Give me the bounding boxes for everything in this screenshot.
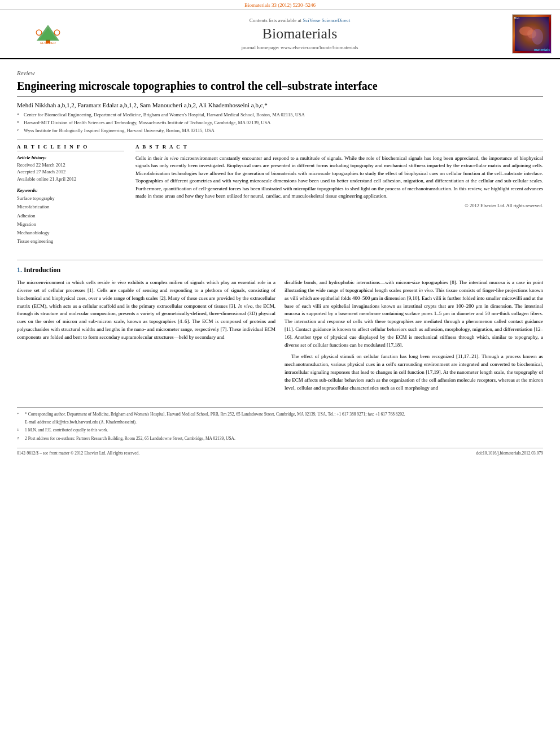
section-number: 1. — [17, 266, 22, 274]
authors-text: Mehdi Nikkhah a,b,1,2, Faramarz Edalat a… — [17, 102, 268, 108]
footnote-corresponding-text: * Corresponding author. Department of Me… — [25, 411, 405, 417]
section-title: Introduction — [24, 266, 60, 274]
footnote-email-text: E-mail address: alik@rics.bwh.harvard.ed… — [25, 419, 137, 425]
journal-header: ELSEVIER Contents lists available at Sci… — [0, 10, 560, 59]
intro-heading: 1. Introduction — [17, 266, 543, 274]
divider-1 — [17, 139, 543, 139]
abstract-text: Cells in their in vivo microenvironment … — [135, 155, 543, 200]
keywords-list: Surface topography Microfabrication Adhe… — [17, 194, 124, 246]
footnote-2-text: 2 Post address for co-authors: Partners … — [25, 435, 235, 442]
affil-sup-b: b — [17, 120, 23, 126]
svg-point-9 — [527, 29, 536, 38]
journal-name: Biomaterials — [90, 25, 509, 42]
accepted-date: Accepted 27 March 2012 — [17, 168, 124, 176]
introduction-section: 1. Introduction The microenvironment in … — [17, 266, 543, 396]
abstract-column: A B S T R A C T Cells in their in vivo m… — [135, 144, 543, 251]
journal-cover-image: Bio materials — [509, 14, 554, 54]
journal-citation: Biomaterials 33 (2012) 5230–5246 — [244, 2, 316, 8]
intro-para-1: The microenvironment in which cells resi… — [17, 279, 275, 342]
keyword-5: Mechanobiology — [17, 229, 124, 237]
footnote-star: * — [17, 411, 25, 417]
keywords-label: Keywords: — [17, 187, 124, 193]
license-text: 0142-9612/$ – see front matter © 2012 El… — [17, 451, 139, 456]
footnotes-column: * * Corresponding author. Department of … — [17, 411, 543, 443]
article-info-heading: A R T I C L E I N F O — [17, 144, 124, 151]
keyword-4: Migration — [17, 220, 124, 229]
footnote-2-marker: 2 — [17, 435, 25, 442]
affil-b: b Harvard-MIT Division of Health Science… — [17, 120, 543, 126]
affil-text-a: Center for Biomedical Engineering, Depar… — [24, 112, 305, 119]
received-date: Received 22 March 2012 — [17, 161, 124, 169]
article-type: Review — [17, 65, 543, 76]
sciverse-link: Contents lists available at SciVerse Sci… — [90, 18, 509, 23]
history-label: Article history: — [17, 155, 124, 160]
keywords-section: Keywords: Surface topography Microfabric… — [17, 187, 124, 246]
intro-body-columns: The microenvironment in which cells resi… — [17, 279, 543, 396]
abstract-heading: A B S T R A C T — [135, 144, 543, 151]
footnote-corresponding: * * Corresponding author. Department of … — [17, 411, 543, 417]
elsevier-tree-icon: ELSEVIER — [31, 23, 65, 45]
cover-art — [515, 17, 549, 51]
doi-text: doi:10.1016/j.biomaterials.2012.03.079 — [476, 451, 543, 456]
keyword-6: Tissue engineering — [17, 237, 124, 246]
affil-a: a Center for Biomedical Engineering, Dep… — [17, 112, 543, 119]
publisher-logo-area: ELSEVIER — [6, 17, 90, 51]
top-reference-bar: Biomaterials 33 (2012) 5230–5246 — [0, 0, 560, 10]
footnote-1-marker: 1 — [17, 427, 25, 433]
elsevier-logo: ELSEVIER — [14, 17, 82, 51]
article-info-abstract-section: A R T I C L E I N F O Article history: R… — [17, 144, 543, 251]
bottom-bar: 0142-9612/$ – see front matter © 2012 El… — [17, 448, 543, 456]
sciverse-text: SciVerse ScienceDirect — [303, 18, 350, 23]
affil-c: c Wyss Institute for Biologically Inspir… — [17, 128, 543, 134]
keyword-3: Adhesion — [17, 212, 124, 220]
cover-label-text: Bio — [514, 16, 519, 20]
cover-thumbnail: Bio materials — [512, 14, 552, 54]
affil-sup-c: c — [17, 128, 23, 134]
intro-para-2: disulfide bonds, and hydrophobic interac… — [285, 279, 543, 350]
authors-line: Mehdi Nikkhah a,b,1,2, Faramarz Edalat a… — [17, 102, 543, 108]
intro-left-col: The microenvironment in which cells resi… — [17, 279, 275, 396]
affil-text-c: Wyss Institute for Biologically Inspired… — [24, 128, 215, 134]
article-info-column: A R T I C L E I N F O Article history: R… — [17, 144, 124, 251]
keyword-1: Surface topography — [17, 194, 124, 203]
journal-homepage-url: journal homepage: www.elsevier.com/locat… — [90, 45, 509, 50]
main-content: Review Engineering microscale topographi… — [0, 59, 560, 461]
svg-text:ELSEVIER: ELSEVIER — [40, 41, 55, 45]
affil-sup-a: a — [17, 112, 23, 119]
affiliations: a Center for Biomedical Engineering, Dep… — [17, 112, 543, 134]
footnotes-area: * * Corresponding author. Department of … — [17, 407, 543, 443]
intro-para-3: The effect of physical stimuli on cellul… — [285, 353, 543, 392]
divider-2 — [17, 260, 543, 260]
footnote-email-label — [17, 419, 25, 425]
svg-point-3 — [36, 30, 42, 36]
journal-title-area: Contents lists available at SciVerse Sci… — [90, 18, 509, 50]
footnote-2: 2 2 Post address for co-authors: Partner… — [17, 435, 543, 442]
affil-text-b: Harvard-MIT Division of Health Sciences … — [24, 120, 270, 126]
footnote-email: E-mail address: alik@rics.bwh.harvard.ed… — [17, 419, 543, 425]
footnote-1: 1 1 M.N. and F.E. contributed equally to… — [17, 427, 543, 433]
footnote-1-text: 1 M.N. and F.E. contributed equally to t… — [25, 427, 108, 433]
svg-point-4 — [54, 30, 60, 36]
article-title: Engineering microscale topographies to c… — [17, 78, 543, 97]
cover-brand-text: materials — [534, 47, 550, 52]
article-history: Article history: Received 22 March 2012 … — [17, 155, 124, 183]
online-date: Available online 21 April 2012 — [17, 176, 124, 183]
copyright-text: © 2012 Elsevier Ltd. All rights reserved… — [135, 203, 543, 208]
intro-right-col: disulfide bonds, and hydrophobic interac… — [285, 279, 543, 396]
keyword-2: Microfabrication — [17, 203, 124, 211]
